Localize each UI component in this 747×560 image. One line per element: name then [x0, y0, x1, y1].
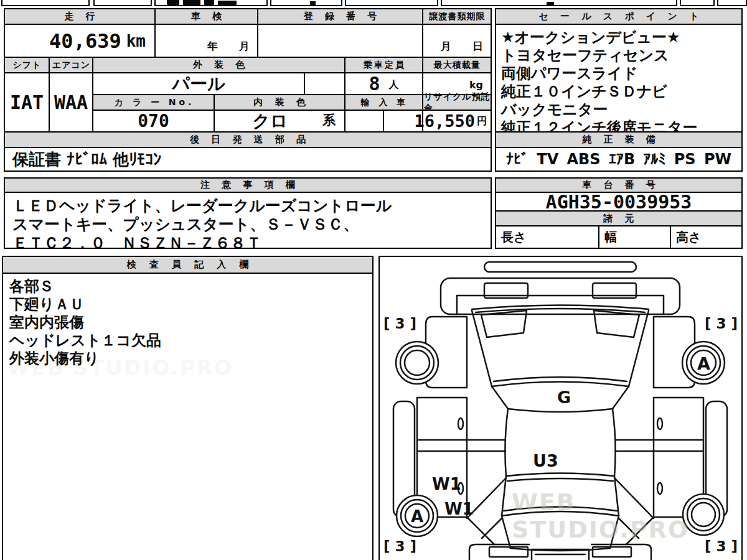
inspector-line: 室内内張傷 — [9, 314, 161, 332]
later-parts-value: 保証書 ﾅﾋﾞﾛﾑ 他ﾘﾓｺﾝ — [4, 147, 492, 172]
cutoff-cell — [270, 0, 342, 6]
max-load-unit: kg — [469, 79, 483, 91]
interior-color-suffix: 系 — [322, 111, 336, 129]
inspection-mark-rear-left-corner: [ 3 ] — [383, 539, 416, 554]
note-line: スマートキー、プッシュスタート、Ｓ－ＶＳＣ、 — [12, 215, 486, 234]
shift-value: IAT — [4, 72, 50, 133]
equipment-item: ｴｱB — [609, 151, 635, 168]
registration-header: 登 録 番 号 — [257, 8, 423, 25]
transfer-docs-value: 月 日 — [441, 39, 483, 54]
equipment-row: ﾅﾋﾞ TV ABS ｴｱB ｱﾙﾐ PS PW — [495, 147, 743, 172]
inspection-mark-roof-center: U3 — [533, 452, 558, 469]
recycle-fee-header: リサイクル預託金 — [422, 94, 492, 111]
cutoff-cell — [441, 0, 677, 6]
exterior-color-value: パール — [92, 72, 305, 95]
inspector-line: ヘッドレスト１コ欠品 — [9, 332, 161, 350]
cutoff-text-fragment — [183, 0, 200, 5]
inspection-mark-left-rear-quarter: W1 — [444, 501, 474, 517]
recycle-fee-unit: 円 — [477, 115, 487, 131]
import-value-cell-1 — [344, 110, 384, 133]
cutoff-cell — [345, 0, 438, 6]
equipment-item: ABS — [566, 151, 600, 168]
max-load-header: 最大積載量 — [422, 57, 492, 73]
note-line: ＥＴＣ２．０ ＮＳＺＮ－Ｚ６８Ｔ — [12, 234, 486, 253]
inspector-line: 外装小傷有り — [9, 350, 161, 368]
notes-body: ＬＥＤヘッドライト、レーダークルーズコントロール スマートキー、プッシュスタート… — [4, 192, 492, 249]
aircon-value: WAA — [49, 72, 93, 133]
chassis-value: AGH35-0039953 — [495, 192, 743, 212]
color-no-value: 070 — [92, 110, 215, 133]
specs-header: 諸 元 — [495, 210, 743, 226]
cutoff-text-fragment — [204, 0, 214, 5]
mileage-header: 走 行 — [4, 8, 156, 25]
equipment-item: TV — [537, 151, 558, 168]
auction-inspection-sheet: 走 行 車 検 登 録 番 号 譲渡書類期限 40,639 km 年 月 月 日… — [0, 0, 747, 560]
exterior-color-header: 外 装 色 — [92, 57, 345, 73]
transfer-docs-header: 譲渡書類期限 — [422, 8, 492, 25]
shaken-header: 車 検 — [154, 8, 258, 25]
car-diagram-panel: WEB STUDIO.PRO [ 3 ] [ 3 ] A G U3 W1 W1 … — [378, 256, 743, 560]
capacity-header: 乗車定員 — [344, 57, 423, 73]
inspector-line: 各部Ｓ — [9, 278, 161, 296]
cutoff-text-fragment — [547, 2, 554, 5]
inspection-mark-left-rear-wheel: A — [411, 508, 423, 525]
cutoff-cell — [680, 0, 715, 6]
inspection-mark-windshield-center: G — [557, 389, 571, 406]
interior-color-header: 内 装 色 — [214, 94, 345, 111]
equipment-item: PW — [704, 151, 731, 168]
spec-height-cell: 高さ — [670, 225, 743, 249]
sales-points-header: セ ー ル ス ポ イ ン ト — [495, 8, 743, 25]
sales-point-item: バックモニター — [501, 101, 736, 119]
inspector-lines: 各部Ｓ 下廻りＡＵ 室内内張傷 ヘッドレスト１コ欠品 外装小傷有り — [9, 278, 161, 368]
interior-color-value: クロ — [252, 110, 288, 133]
exterior-color-extra-cell — [304, 72, 345, 95]
recycle-fee-value: 16,550 — [414, 111, 475, 131]
note-line: ＬＥＤヘッドライト、レーダークルーズコントロール — [12, 197, 486, 215]
cutoff-cell — [93, 0, 152, 6]
capacity-value: 8 — [369, 73, 380, 95]
inspection-mark-rear-right-corner: [ 3 ] — [705, 539, 738, 554]
mileage-value: 40,639 — [49, 29, 121, 53]
later-parts-header: 後 日 発 送 部 品 — [4, 131, 492, 148]
spec-length-cell: 長さ — [495, 225, 599, 249]
inspector-box: 検 査 員 記 入 欄 WEB STUDIO.PRO 各部Ｓ 下廻りＡＵ 室内内… — [2, 256, 374, 560]
sales-point-item: トヨタセーフティセンス — [501, 47, 736, 65]
spec-height-label: 高さ — [676, 229, 701, 246]
inspection-mark-front-right-wheel: A — [697, 355, 710, 372]
inspection-mark-front-right-corner: [ 3 ] — [705, 317, 738, 331]
import-header: 輸 入 車 — [344, 94, 423, 111]
sales-point-item: 両側パワースライド — [501, 65, 736, 83]
notes-header: 注 意 事 項 欄 — [4, 177, 492, 193]
equipment-item: PS — [674, 151, 696, 168]
equipment-header: 純 正 装 備 — [495, 131, 743, 148]
mileage-unit: km — [126, 32, 146, 50]
shift-header: シフト — [4, 57, 50, 73]
mileage-value-cell: 40,639 km — [4, 24, 156, 58]
cutoff-text-fragment — [310, 1, 316, 5]
inspector-line: 下廻りＡＵ — [9, 296, 161, 314]
inspection-mark-front-left-corner: [ 3 ] — [383, 317, 416, 331]
inspection-mark-left-slide-door: W1 — [432, 476, 461, 492]
cutoff-text-fragment — [218, 1, 237, 5]
interior-color-value-cell: クロ 系 — [214, 110, 345, 133]
equipment-item: ﾅﾋﾞ — [506, 151, 529, 168]
sales-points-body: ★オークションデビュー★ トヨタセーフティセンス 両側パワースライド 純正１０イ… — [495, 24, 743, 133]
transfer-docs-value-cell: 月 日 — [422, 24, 492, 58]
aircon-header: エアコン — [49, 57, 93, 73]
inspector-header: 検 査 員 記 入 欄 — [3, 257, 372, 274]
capacity-value-cell: 8 人 — [344, 72, 423, 95]
capacity-unit: 人 — [389, 78, 399, 94]
cutoff-text-fragment — [167, 0, 179, 5]
sales-point-item: 純正１０インチＳＤナビ — [501, 83, 736, 101]
car-top-view-diagram — [380, 257, 741, 560]
recycle-fee-value-cell: 16,550 円 — [422, 110, 492, 133]
spec-width-label: 幅 — [604, 229, 617, 246]
registration-value-cell — [257, 24, 423, 58]
shaken-value-cell: 年 月 — [154, 24, 258, 58]
spec-length-label: 長さ — [501, 229, 526, 246]
cutoff-cell — [717, 0, 747, 6]
color-no-header: カ ラ ー No. — [92, 94, 215, 111]
spec-width-cell: 幅 — [598, 225, 671, 249]
shaken-value: 年 月 — [207, 39, 250, 54]
equipment-item: ｱﾙﾐ — [643, 151, 665, 168]
